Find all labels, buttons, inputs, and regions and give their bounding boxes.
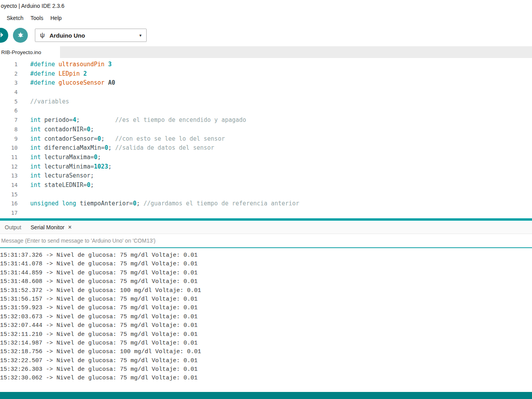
code-text: int lecturaSensor; [18, 171, 94, 181]
code-text: #define glucoseSensor A0 [18, 78, 115, 88]
code-text: //variables [18, 97, 69, 107]
code-line: 13int lecturaSensor; [0, 171, 532, 181]
code-line: 9int contadorSensor=0; //con esto se lee… [0, 134, 532, 144]
line-number: 10 [0, 143, 18, 153]
board-name: Arduino Uno [49, 32, 134, 39]
code-line: 16unsigned long tiempoAnterior=0; //guar… [0, 199, 532, 209]
code-line: 5//variables [0, 97, 532, 107]
close-icon[interactable]: × [68, 224, 71, 230]
bottom-panel-tabs: Output Serial Monitor × [0, 221, 532, 234]
serial-line: 15:31:44.859 -> Nivel de glucosa: 75 mg/… [0, 269, 532, 277]
window-title: oyecto | Arduino IDE 2.3.6 [1, 3, 64, 9]
line-number: 16 [0, 199, 18, 209]
line-number: 8 [0, 125, 18, 134]
code-line: 15 [0, 190, 532, 200]
code-line: 2#define LEDpin 2 [0, 69, 532, 79]
tab-output-label: Output [5, 224, 21, 230]
line-number: 1 [0, 60, 18, 69]
serial-line: 15:31:37.326 -> Nivel de glucosa: 75 mg/… [0, 251, 532, 260]
code-line: 14int stateLEDNIR=0; [0, 181, 532, 190]
serial-line: 15:32:03.673 -> Nivel de glucosa: 75 mg/… [0, 313, 532, 321]
code-editor[interactable]: 1#define ultrasoundPin 32#define LEDpin … [0, 58, 532, 218]
serial-line: 15:31:52.372 -> Nivel de glucosa: 100 mg… [0, 287, 532, 295]
line-number: 17 [0, 209, 18, 218]
code-text: int diferenciaMaxMin=0; //salida de dato… [18, 143, 214, 153]
title-bar: oyecto | Arduino IDE 2.3.6 [0, 0, 532, 12]
code-line: 3#define glucoseSensor A0 [0, 78, 532, 88]
usb-icon: ψ [40, 31, 45, 39]
menu-sketch[interactable]: Sketch [3, 13, 27, 23]
code-text: int lecturaMinima=1023; [18, 162, 112, 172]
code-line: 1#define ultrasoundPin 3 [0, 60, 532, 69]
line-number: 4 [0, 88, 18, 97]
serial-line: 15:32:07.444 -> Nivel de glucosa: 75 mg/… [0, 321, 532, 330]
code-line: 11int lecturaMaxima=0; [0, 153, 532, 162]
code-line: 17 [0, 209, 532, 218]
serial-line: 15:32:30.062 -> Nivel de glucosa: 75 mg/… [0, 374, 532, 383]
code-lines: 1#define ultrasoundPin 32#define LEDpin … [0, 60, 532, 218]
line-number: 5 [0, 97, 18, 107]
tab-label: RIB-Proyecto.ino [1, 49, 41, 55]
serial-message-input[interactable] [0, 234, 532, 248]
code-text: unsigned long tiempoAnterior=0; //guarda… [18, 199, 299, 209]
line-number: 9 [0, 134, 18, 144]
serial-line: 15:31:59.923 -> Nivel de glucosa: 75 mg/… [0, 304, 532, 312]
line-number: 6 [0, 106, 18, 116]
line-number: 12 [0, 162, 18, 172]
code-line: 7int periodo=4; //es el tiempo de encend… [0, 116, 532, 125]
serial-line: 15:32:26.303 -> Nivel de glucosa: 75 mg/… [0, 365, 532, 374]
tab-sketch-file[interactable]: RIB-Proyecto.ino [0, 46, 60, 58]
debug-icon [17, 31, 24, 39]
arduino-ide-window: oyecto | Arduino IDE 2.3.6 Sketch Tools … [0, 0, 532, 399]
serial-line: 15:31:56.157 -> Nivel de glucosa: 75 mg/… [0, 295, 532, 304]
line-number: 15 [0, 190, 18, 200]
line-number: 3 [0, 78, 18, 88]
code-text: int contadorSensor=0; //con esto se lee … [18, 134, 225, 144]
code-line: 4 [0, 88, 532, 97]
upload-button[interactable] [0, 28, 8, 43]
code-text: int periodo=4; //es el tiempo de encendi… [18, 116, 246, 125]
code-text [18, 106, 34, 116]
code-text [18, 209, 34, 218]
line-number: 2 [0, 69, 18, 79]
code-line: 6 [0, 106, 532, 116]
toolbar: ψ Arduino Uno ▾ [0, 24, 532, 46]
tab-serial-monitor[interactable]: Serial Monitor × [26, 221, 76, 234]
board-selector[interactable]: ψ Arduino Uno ▾ [35, 29, 147, 42]
line-number: 13 [0, 171, 18, 181]
status-bar [0, 392, 532, 399]
serial-output: 15:31:37.326 -> Nivel de glucosa: 75 mg/… [0, 248, 532, 392]
code-text: #define LEDpin 2 [18, 69, 87, 79]
chevron-down-icon: ▾ [139, 33, 142, 38]
serial-line: 15:32:14.987 -> Nivel de glucosa: 75 mg/… [0, 339, 532, 348]
serial-line: 15:31:48.608 -> Nivel de glucosa: 75 mg/… [0, 277, 532, 286]
upload-arrow-icon [0, 31, 4, 40]
serial-line: 15:31:41.078 -> Nivel de glucosa: 75 mg/… [0, 260, 532, 268]
code-text [18, 190, 34, 200]
code-text: #define ultrasoundPin 3 [18, 60, 112, 69]
line-number: 11 [0, 153, 18, 162]
menu-tools[interactable]: Tools [27, 13, 47, 23]
code-text [18, 88, 34, 97]
code-text: int lecturaMaxima=0; [18, 153, 101, 162]
code-line: 10int diferenciaMaxMin=0; //salida de da… [0, 143, 532, 153]
tab-output[interactable]: Output [0, 221, 26, 234]
editor-tab-bar: RIB-Proyecto.ino [0, 46, 532, 58]
serial-line: 15:32:18.756 -> Nivel de glucosa: 100 mg… [0, 348, 532, 356]
code-line: 8int contadorNIR=0; [0, 125, 532, 134]
tab-serial-monitor-label: Serial Monitor [31, 224, 64, 230]
code-text: int contadorNIR=0; [18, 125, 94, 134]
debug-button[interactable] [13, 28, 28, 43]
serial-line: 15:32:11.210 -> Nivel de glucosa: 75 mg/… [0, 330, 532, 339]
serial-line: 15:32:22.507 -> Nivel de glucosa: 75 mg/… [0, 357, 532, 365]
menu-help[interactable]: Help [47, 13, 65, 23]
code-text: int stateLEDNIR=0; [18, 181, 94, 190]
menu-bar: Sketch Tools Help [0, 12, 532, 24]
code-line: 12int lecturaMinima=1023; [0, 162, 532, 172]
line-number: 7 [0, 116, 18, 125]
line-number: 14 [0, 181, 18, 190]
